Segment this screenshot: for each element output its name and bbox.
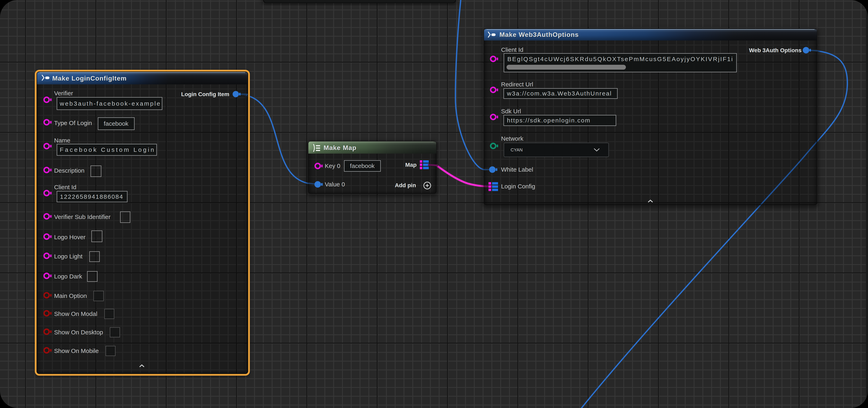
svg-text:Logo Hover: Logo Hover [54,234,86,240]
svg-text:Add pin: Add pin [395,182,416,189]
svg-text:Show On Mobile: Show On Mobile [54,347,99,354]
svg-text:BEglQSgt4cUWcj6SKRdu5QkOXTsePm: BEglQSgt4cUWcj6SKRdu5QkOXTsePmMcusG5EAoy… [507,56,733,62]
svg-text:w3a://com.w3a.Web3AuthUnreal: w3a://com.w3a.Web3AuthUnreal [507,90,611,97]
svg-text:CYAN: CYAN [510,147,523,152]
svg-text:Web 3Auth Options: Web 3Auth Options [749,47,802,54]
svg-text:Verifier: Verifier [54,90,73,97]
svg-text:Login Config: Login Config [501,183,535,190]
svg-text:web3auth-facebook-example: web3auth-facebook-example [60,100,160,107]
svg-text:facebook: facebook [350,163,375,169]
svg-text:Key 0: Key 0 [325,163,340,169]
svg-text:facebook: facebook [104,120,129,127]
svg-text:Type Of Login: Type Of Login [54,120,92,126]
svg-text:Logo Dark: Logo Dark [54,273,82,280]
svg-text:Value 0: Value 0 [325,181,345,188]
svg-text:Logo Light: Logo Light [54,253,83,260]
svg-text:Make Map: Make Map [323,144,356,151]
svg-text:White Label: White Label [501,166,533,173]
svg-text:Description: Description [54,167,85,174]
svg-text:Show On Modal: Show On Modal [54,310,97,317]
svg-text:Client Id: Client Id [54,184,76,191]
svg-text:Show On Desktop: Show On Desktop [54,329,103,336]
svg-text:https://sdk.openlogin.com: https://sdk.openlogin.com [507,117,590,124]
svg-text:Map: Map [405,162,416,168]
svg-text:Make LoginConfigItem: Make LoginConfigItem [52,75,127,82]
svg-text:Network: Network [501,135,524,142]
svg-text:Verifier Sub Identifier: Verifier Sub Identifier [54,213,111,220]
svg-text:Login Config Item: Login Config Item [181,91,229,97]
svg-text:Name: Name [54,137,70,144]
svg-text:Make Web3AuthOptions: Make Web3AuthOptions [499,31,579,38]
svg-text:Redirect Url: Redirect Url [501,81,533,88]
svg-text:Client Id: Client Id [501,46,523,53]
svg-text:Sdk Url: Sdk Url [501,108,521,114]
svg-text:Main Option: Main Option [54,293,87,299]
